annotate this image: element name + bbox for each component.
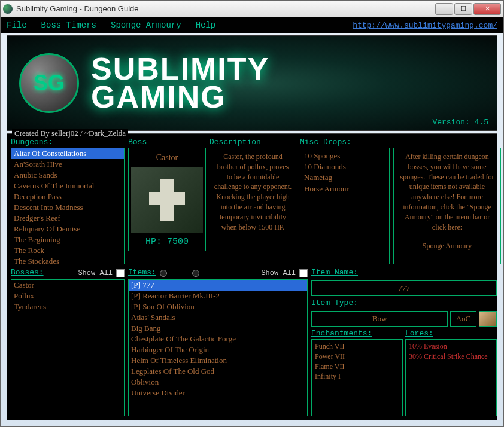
list-item[interactable]: Chestplate Of The Galactic Forge [129, 334, 307, 344]
list-item[interactable]: Harbinger Of The Origin [129, 344, 307, 355]
items-filter-radio-2[interactable] [192, 270, 199, 277]
list-item[interactable]: Legplates Of The Old God [129, 366, 307, 377]
app-icon [3, 4, 13, 14]
enchantments-list: Punch VIIPower VIIFlame VIIInfinity I [311, 339, 403, 416]
items-list[interactable]: [P] 777[P] Reactor Barrier Mk.III-2[P] S… [128, 279, 308, 416]
item-name-label: Item Name: [311, 268, 497, 277]
bosses-show-all-checkbox[interactable] [116, 269, 125, 277]
dungeons-label: Dungeons: [11, 138, 125, 147]
menu-sponge-armoury[interactable]: Sponge Armoury [111, 20, 181, 30]
list-item[interactable]: Helm Of Timeless Elimination [129, 355, 307, 366]
boss-label: Boss [128, 138, 206, 147]
sponge-info-text: After killing certain dungeon bosses, yo… [397, 152, 497, 232]
maximize-button[interactable]: ☐ [454, 3, 472, 15]
list-item[interactable]: Castor [11, 280, 124, 291]
list-item[interactable]: Tyndareus [11, 301, 124, 312]
boss-name: Castor [131, 151, 203, 165]
item-set-value: AoC [450, 311, 476, 327]
list-item[interactable]: Universe Divider [129, 388, 307, 398]
item-type-value: Bow [311, 311, 448, 327]
list-item[interactable]: Pollux [11, 291, 124, 301]
list-item[interactable]: Caverns Of The Immortal [11, 181, 124, 191]
logo-text: SUBLIMITY GAMING [91, 55, 269, 111]
list-item[interactable]: Anubic Sands [11, 170, 124, 181]
item-icon [479, 311, 497, 327]
items-show-all-label: Show All [261, 269, 296, 277]
list-item[interactable]: Dredger's Reef [11, 213, 124, 224]
enchantments-label: Enchantments: [311, 329, 403, 338]
list-item[interactable]: The Beginning [11, 234, 124, 245]
titlebar: Sublimity Gaming - Dungeon Guide — ☐ ✕ [1, 1, 503, 17]
item-type-label: Item Type: [311, 298, 497, 307]
list-item[interactable]: The Rock [11, 245, 124, 256]
boss-hp: HP: 7500 [131, 236, 203, 248]
list-item[interactable]: Descent Into Madness [11, 202, 124, 213]
menu-boss-timers[interactable]: Boss Timers [41, 20, 96, 30]
menubar: File Boss Timers Sponge Armoury Help htt… [1, 17, 503, 33]
banner: SG SUBLIMITY GAMING Version: 4.5 [7, 35, 497, 131]
minimize-button[interactable]: — [435, 3, 453, 15]
sponge-armoury-button[interactable]: Sponge Armoury [415, 237, 479, 255]
version-label: Version: 4.5 [432, 118, 488, 127]
boss-panel: Boss Castor HP: 7500 [128, 138, 206, 264]
website-link[interactable]: http://www.sublimitygaming.com/ [353, 21, 497, 30]
item-details-panel: Item Name: 777 Item Type: Bow AoC Enchan… [311, 268, 497, 416]
menu-file[interactable]: File [7, 20, 27, 30]
sponge-panel: _ After killing certain dungeon bosses, … [393, 138, 501, 264]
items-panel: Items: Show All [P] 777[P] Reactor Barri… [128, 268, 308, 416]
window-title: Sublimity Gaming - Dungeon Guide [16, 4, 435, 13]
dungeons-list[interactable]: Altar Of ConstellationsAn'Sorath HiveAnu… [11, 148, 125, 264]
bosses-label: Bosses: [11, 268, 44, 277]
list-item[interactable]: Atlas' Sandals [129, 312, 307, 323]
drops-list: 10 Sponges10 DiamondsNametagHorse Armour [300, 148, 390, 264]
drops-panel: Misc Drops: 10 Sponges10 DiamondsNametag… [300, 138, 390, 264]
list-item[interactable]: Reliquary Of Demise [11, 224, 124, 234]
close-button[interactable]: ✕ [473, 3, 501, 15]
logo-icon: SG [19, 53, 79, 113]
list-item[interactable]: Big Bang [129, 323, 307, 334]
item-name-value: 777 [311, 280, 497, 296]
items-label: Items: [128, 268, 156, 277]
boss-description: Castor, the profound brother of pollux, … [210, 148, 296, 264]
description-label: Description [210, 138, 296, 147]
list-item[interactable]: [P] 777 [129, 280, 307, 291]
menu-help[interactable]: Help [196, 20, 216, 30]
bosses-panel: Bosses: Show All CastorPolluxTyndareus [11, 268, 125, 416]
items-show-all-checkbox[interactable] [299, 269, 308, 277]
boss-image [131, 167, 203, 233]
bosses-list[interactable]: CastorPolluxTyndareus [11, 279, 125, 416]
lores-label: Lores: [405, 329, 497, 338]
content-frame: Created By sellerj02 / ~Dark_Zelda Dunge… [7, 133, 497, 420]
bosses-show-all-label: Show All [78, 269, 113, 277]
list-item[interactable]: [P] Reactor Barrier Mk.III-2 [129, 291, 307, 301]
description-panel: Description Castor, the profound brother… [210, 138, 296, 264]
dungeons-panel: Dungeons: Altar Of ConstellationsAn'Sora… [11, 138, 125, 264]
lores-list: 10% Evasion30% Critical Strike Chance [405, 339, 497, 416]
list-item[interactable]: Deception Pass [11, 191, 124, 202]
list-item[interactable]: Oblivion [129, 377, 307, 388]
list-item[interactable]: The Stockades [11, 256, 124, 264]
list-item[interactable]: An'Sorath Hive [11, 159, 124, 170]
list-item[interactable]: [P] Son Of Oblivion [129, 301, 307, 312]
items-filter-radio-1[interactable] [160, 270, 167, 277]
credits-label: Created By sellerj02 / ~Dark_Zelda [12, 129, 128, 138]
list-item[interactable]: Altar Of Constellations [11, 148, 124, 159]
drops-label: Misc Drops: [300, 138, 390, 147]
